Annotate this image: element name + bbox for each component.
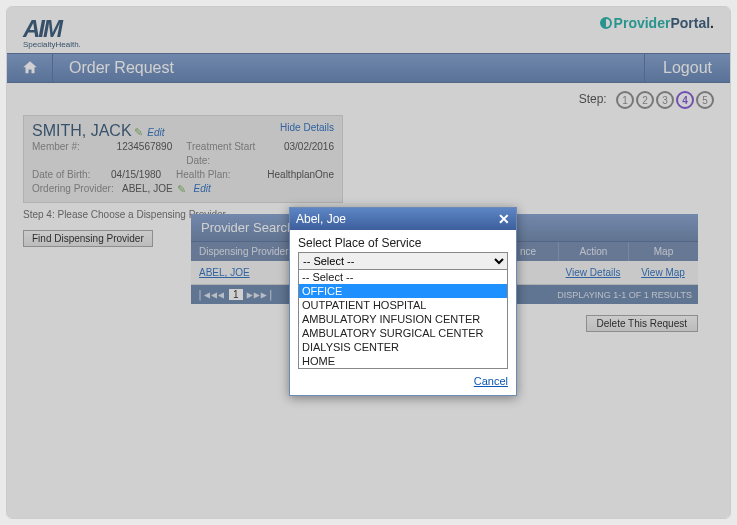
place-of-service-dialog: Abel, Joe ✕ Select Place of Service -- S… [289,207,517,396]
option-office[interactable]: OFFICE [299,284,507,298]
dialog-title: Abel, Joe [296,212,498,226]
option-home[interactable]: HOME [299,354,507,368]
close-icon[interactable]: ✕ [498,213,510,225]
option-outpatient-hospital[interactable]: OUTPATIENT HOSPITAL [299,298,507,312]
option-ambulatory-surgical-center[interactable]: AMBULATORY SURGICAL CENTER [299,326,507,340]
option-dialysis-center[interactable]: DIALYSIS CENTER [299,340,507,354]
place-of-service-listbox[interactable]: -- Select --OFFICEOUTPATIENT HOSPITALAMB… [298,270,508,369]
option-ambulatory-infusion-center[interactable]: AMBULATORY INFUSION CENTER [299,312,507,326]
option-select[interactable]: -- Select -- [299,270,507,284]
place-of-service-select[interactable]: -- Select -- [298,252,508,270]
cancel-link[interactable]: Cancel [298,375,508,387]
dialog-prompt: Select Place of Service [298,236,508,250]
